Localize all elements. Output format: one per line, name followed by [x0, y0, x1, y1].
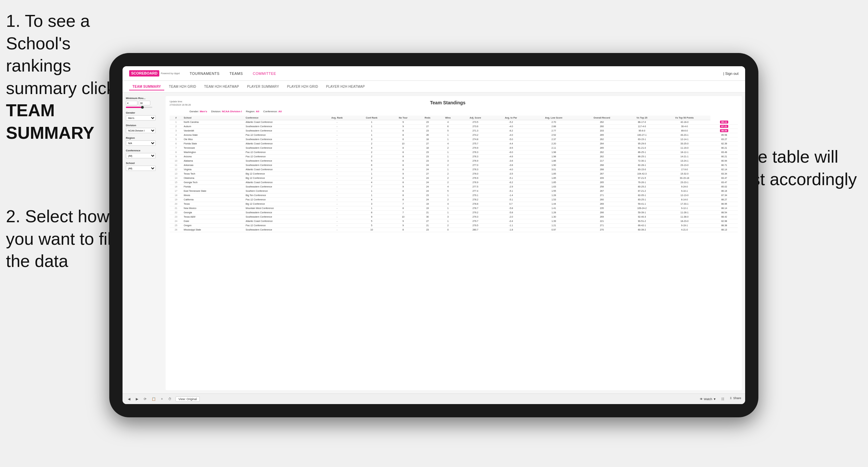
toolbar-back[interactable]: ◀ [126, 397, 132, 401]
filter-school-select[interactable]: (All) [126, 165, 156, 171]
tab-team-h2h-grid[interactable]: TEAM H2H GRID [165, 84, 199, 90]
toolbar-clock[interactable]: ⏱ [167, 397, 173, 401]
cell-avg-low: 264 [578, 142, 625, 146]
cell-avg-par2: 1.98 [529, 150, 578, 154]
col-adj-score: Adj. Score [458, 116, 493, 120]
cell-conference: Atlantic Coast Conference [244, 120, 320, 124]
update-time-value: 27/03/2024 16:56:26 [169, 103, 191, 107]
cell-avg-par: -5.1 [493, 189, 529, 193]
cell-wins: 4 [438, 120, 458, 124]
filter-pills: Gender: Men's Division: NCAA Division I … [169, 110, 738, 113]
filter-gender-select[interactable]: Men's [126, 115, 156, 121]
cell-adj-score: 278.2 [458, 197, 493, 202]
filter-gender: Gender Men's [126, 111, 159, 121]
cell-avg-rank: - [320, 202, 354, 206]
cell-avg-rank: - [320, 185, 354, 189]
cell-avg-rank: - [320, 215, 354, 219]
cell-pts: 80.21 [710, 154, 738, 159]
toolbar-plus[interactable]: + [160, 397, 164, 401]
toolbar-share[interactable]: ⇫ Share [730, 397, 741, 401]
cell-rec: 9-10-1 [658, 189, 710, 193]
cell-school: Mississippi State [183, 227, 244, 232]
cell-avg-low: 235 [578, 206, 625, 210]
cell-no-tour: 8 [389, 154, 417, 159]
nav-teams[interactable]: TEAMS [229, 71, 243, 75]
cell-avg-low: 262 [578, 137, 625, 142]
cell-rnds: 24 [417, 185, 438, 189]
nav-sign-out[interactable]: | Sign out [723, 71, 739, 75]
cell-school: Vanderbilt [183, 128, 244, 133]
cell-avg-par2: 1.41 [529, 206, 578, 210]
cell-school: North Carolina [183, 120, 244, 124]
cell-rnds: 18 [417, 137, 438, 142]
toolbar-view-original[interactable]: View: Original [176, 397, 200, 402]
cell-avg-low: 260 [578, 197, 625, 202]
cell-avg-low: 267 [578, 189, 625, 193]
tab-player-h2h-grid[interactable]: PLAYER H2H GRID [284, 84, 321, 90]
cell-adj-score: 276.9 [458, 159, 493, 163]
cell-rec: 33-25-0 [658, 142, 710, 146]
cell-rec: 23-13-0 [658, 163, 710, 167]
cell-avg-par: -4.0 [493, 124, 529, 128]
toolbar-watch[interactable]: 👁 Watch ▼ [700, 397, 716, 401]
filter-region-select[interactable]: N/A [126, 141, 156, 146]
tab-player-h2h-heatmap[interactable]: PLAYER H2H HEATMAP [322, 84, 368, 90]
filter-conference-select[interactable]: (All) [126, 153, 156, 158]
toolbar-forward[interactable]: ▶ [134, 397, 140, 401]
tab-team-summary[interactable]: TEAM SUMMARY [129, 84, 164, 90]
cell-rec: 9-12-1 [658, 206, 710, 210]
cell-rank: 3 [169, 128, 183, 133]
cell-wins: 5 [438, 128, 458, 133]
cell-avg-par2: 2.88 [529, 124, 578, 128]
cell-overall: 80-25-2 [625, 185, 658, 189]
table-row: 25 Oregon Pac-12 Conference - 5 9 21 2 2… [169, 223, 738, 227]
cell-avg-par2: 1.98 [529, 154, 578, 159]
toolbar-reload[interactable]: ⟳ [143, 397, 148, 401]
nav-tournaments[interactable]: TOURNAMENTS [190, 71, 220, 75]
cell-pts: 87.21 [710, 124, 738, 128]
tab-player-summary[interactable]: PLAYER SUMMARY [244, 84, 282, 90]
cell-rnds: 24 [417, 163, 438, 167]
cell-pts: 85.58 [710, 133, 738, 137]
slider-thumb[interactable] [141, 106, 144, 108]
cell-overall: 90-51-2 [625, 219, 658, 223]
cell-overall: 72-30-1 [625, 159, 658, 163]
cell-rec: 17-9-0 [658, 167, 710, 172]
cell-pts: 89.11 [710, 120, 738, 124]
cell-rnds: 18 [417, 146, 438, 150]
cell-no-tour: 9 [389, 124, 417, 128]
cell-school: Duke [183, 219, 244, 223]
cell-rank: 25 [169, 223, 183, 227]
toolbar-copy[interactable]: 📋 [150, 397, 157, 401]
cell-conference: Southeastern Conference [244, 137, 320, 142]
cell-pts: 82.14 [710, 167, 738, 172]
cell-no-tour: 8 [389, 167, 417, 172]
cell-rank: 22 [169, 210, 183, 215]
cell-pts: 88.27 [710, 197, 738, 202]
cell-adj-score: 276.9 [458, 176, 493, 180]
cell-avg-par: -2.0 [493, 215, 529, 219]
cell-no-tour: 8 [389, 128, 417, 133]
cell-no-tour: 9 [389, 219, 417, 223]
cell-avg-par: -4.0 [493, 133, 529, 137]
cell-avg-par: -9.5 [493, 146, 529, 150]
filter-min-rounds-max[interactable] [139, 101, 150, 105]
nav-committee[interactable]: COMMITTEE [253, 71, 276, 75]
cell-rank: 15 [169, 180, 183, 185]
filter-min-rounds-min[interactable] [126, 101, 137, 105]
col-rnds: Rnds [417, 116, 438, 120]
tab-team-h2h-heatmap[interactable]: TEAM H2H HEATMAP [201, 84, 242, 90]
cell-conference: Pac-12 Conference [244, 150, 320, 154]
update-time-label: Update time: [169, 100, 191, 103]
cell-pts: 83.27 [710, 137, 738, 142]
table-row: 12 Virginia Atlantic Coast Conference - … [169, 167, 738, 172]
cell-rank: 4 [169, 133, 183, 137]
cell-rank: 20 [169, 202, 183, 206]
cell-overall: 104-42-3 [625, 172, 658, 176]
filter-division-select[interactable]: NCAA Division I [126, 128, 156, 133]
cell-overall: 92-40-3 [625, 215, 658, 219]
cell-no-tour: 8 [389, 133, 417, 137]
instruction-1-bold: TEAM SUMMARY [6, 101, 94, 143]
toolbar-grid[interactable]: ☷ [720, 397, 725, 401]
cell-avg-low: 262 [578, 120, 625, 124]
